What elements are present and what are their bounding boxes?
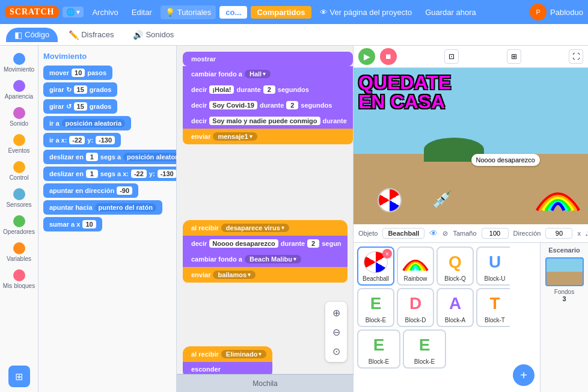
sprite-delete-beachball[interactable]: × bbox=[382, 249, 392, 259]
project-name-field[interactable]: co... bbox=[219, 6, 247, 19]
block-glide-random[interactable]: deslizar en 1 segs a posición aleatoria bbox=[43, 150, 177, 164]
sprite-item-block-q[interactable]: Q Block-Q bbox=[436, 247, 474, 286]
enviar-bailamos-dropdown[interactable]: bailamos bbox=[213, 271, 256, 279]
sprite-item-block-e[interactable]: E Block-E bbox=[357, 288, 394, 327]
tab-codigo[interactable]: ◧ Código bbox=[6, 28, 58, 42]
recibir-desaparece-dropdown[interactable]: desaparece virus bbox=[221, 224, 289, 232]
eye-slash-button[interactable]: ⊘ bbox=[443, 230, 448, 237]
mochila-bar[interactable]: Mochila bbox=[177, 374, 354, 392]
zoom-out-button[interactable]: ⊖ bbox=[328, 323, 345, 340]
stage-medium-button[interactable]: ⊞ bbox=[507, 49, 521, 64]
tutoriales-menu[interactable]: 💡 Tutoriales bbox=[161, 5, 216, 19]
turn-cw-value[interactable]: 15 bbox=[74, 85, 87, 94]
decir-malo-text[interactable]: Soy malo y nadie puede conmigo bbox=[209, 117, 320, 125]
decir-hola-text[interactable]: ¡Hola! bbox=[209, 85, 234, 94]
zoom-in-button[interactable]: ⊕ bbox=[328, 304, 345, 321]
block-change-x[interactable]: sumar a x 10 bbox=[43, 217, 102, 231]
point-toward-dropdown[interactable]: puntero del ratón bbox=[95, 203, 156, 212]
sb-decir-noooo[interactable]: decir Noooo desaparezco durante 2 segun bbox=[183, 236, 348, 251]
goto-y[interactable]: -130 bbox=[96, 136, 115, 144]
block-turn-ccw[interactable]: girar ↺ 15 grados bbox=[43, 99, 117, 114]
sidebar-item-sonido[interactable]: Sonido bbox=[2, 105, 37, 129]
add-sprite-button[interactable]: + bbox=[513, 364, 534, 386]
goto-dropdown[interactable]: posición aleatoria bbox=[62, 119, 126, 127]
scratch-logo[interactable]: SCRATCH bbox=[5, 6, 59, 18]
language-button[interactable]: 🌐 ▾ bbox=[63, 7, 84, 17]
archivo-menu[interactable]: Archivo bbox=[87, 5, 123, 19]
obj-name-field[interactable]: Beachball bbox=[382, 228, 424, 239]
compartidos-button[interactable]: Compartidos bbox=[251, 6, 311, 19]
guardar-button[interactable]: Guardar ahora bbox=[420, 5, 481, 19]
sprite-thumb-block-e: E bbox=[361, 292, 391, 316]
tamaño-field[interactable] bbox=[482, 228, 509, 239]
eye-button[interactable]: 👁 bbox=[429, 228, 438, 238]
sprite-item-beachball[interactable]: × Beachball bbox=[357, 247, 394, 286]
recibir-eliminado-dropdown[interactable]: Eliminado bbox=[221, 350, 267, 358]
sb-al-recibir-eliminado[interactable]: al recibir Eliminado bbox=[183, 346, 272, 362]
sb-decir-hola[interactable]: decir ¡Hola! durante 2 segundos bbox=[183, 82, 353, 97]
green-flag-button[interactable]: ▶ bbox=[358, 48, 375, 65]
stage-small-button[interactable]: ⊡ bbox=[444, 49, 459, 64]
sb-enviar-mensaje1[interactable]: enviar mensaje1 bbox=[183, 129, 353, 144]
point-dir-value[interactable]: -90 bbox=[117, 186, 132, 195]
sb-enviar-bailamos[interactable]: enviar bailamos bbox=[183, 267, 348, 283]
stop-button[interactable]: ⏹ bbox=[380, 48, 397, 65]
sprite-item-block-e2[interactable]: E Block-E bbox=[357, 329, 400, 369]
user-avatar-button[interactable]: P Pabloduo bbox=[530, 4, 583, 20]
sprite-item-block-a[interactable]: A Block-A bbox=[436, 288, 474, 327]
ver-pagina-button[interactable]: 👁 Ver página del proyecto bbox=[315, 5, 417, 19]
decir-noooo-dur[interactable]: 2 bbox=[307, 239, 319, 248]
sprite-item-block-u[interactable]: U Block-U bbox=[476, 247, 510, 286]
glide-time[interactable]: 1 bbox=[86, 153, 98, 161]
change-x-value[interactable]: 10 bbox=[82, 220, 96, 228]
sidebar-item-eventos[interactable]: Eventos bbox=[2, 132, 37, 156]
decir-covid-text[interactable]: Soy Covid-19 bbox=[209, 101, 257, 109]
move-value[interactable]: 10 bbox=[72, 69, 85, 77]
cambiar-fondo-beach-dropdown[interactable]: Beach Malibu bbox=[245, 255, 301, 263]
block-move[interactable]: mover 10 pasos bbox=[43, 66, 112, 80]
sprite-item-rainbow[interactable]: Rainbow bbox=[397, 247, 434, 286]
add-extension-button[interactable]: ⊞ bbox=[8, 366, 30, 387]
sprite-item-block-d[interactable]: D Block-D bbox=[397, 288, 434, 327]
sprite-item-block-e3[interactable]: E Block-E bbox=[403, 329, 446, 369]
sb-al-recibir-desaparece[interactable]: al recibir desaparece virus bbox=[183, 220, 348, 236]
sb-mostrar[interactable]: mostrar bbox=[183, 52, 353, 66]
sb-decir-malo[interactable]: decir Soy malo y nadie puede conmigo dur… bbox=[183, 113, 353, 129]
editar-menu[interactable]: Editar bbox=[127, 5, 157, 19]
sidebar-item-apariencia[interactable]: Apariencia bbox=[2, 78, 37, 102]
goto-x[interactable]: -22 bbox=[69, 136, 85, 144]
sb-decir-covid[interactable]: decir Soy Covid-19 durante 2 segundos bbox=[183, 97, 353, 113]
block-glide-xy[interactable]: deslizar en 1 segs a x: -22 y: -130 bbox=[43, 167, 177, 181]
block-goto-xy[interactable]: ir a x: -22 y: -130 bbox=[43, 133, 121, 147]
scenario-thumbnail[interactable] bbox=[545, 257, 584, 286]
glide-xy-time[interactable]: 1 bbox=[86, 170, 98, 178]
sidebar-item-sensores[interactable]: Sensores bbox=[2, 186, 37, 210]
glide-xy-y[interactable]: -130 bbox=[158, 170, 177, 178]
sidebar-item-mis-bloques[interactable]: Mis bloques bbox=[2, 267, 37, 292]
scripts-area[interactable]: mostrar cambiar fondo a Hall decir ¡Hola… bbox=[177, 46, 354, 392]
sidebar-item-movimiento[interactable]: Movimiento bbox=[2, 51, 37, 75]
decir-noooo-text[interactable]: Noooo desaparezco bbox=[209, 239, 278, 248]
tab-disfraces[interactable]: ✏️ Disfraces bbox=[60, 28, 122, 42]
sb-cambiar-fondo-beach[interactable]: cambiar fondo a Beach Malibu bbox=[183, 251, 348, 267]
cambiar-fondo-1-dropdown[interactable]: Hall bbox=[245, 70, 271, 78]
turn-ccw-value[interactable]: 15 bbox=[74, 102, 87, 111]
glide-dropdown[interactable]: posición aleatoria bbox=[123, 153, 177, 161]
block-turn-cw[interactable]: girar ↻ 15 grados bbox=[43, 82, 117, 97]
block-goto-random[interactable]: ir a posición aleatoria bbox=[43, 116, 131, 130]
block-point-dir[interactable]: apuntar en dirección -90 bbox=[43, 183, 138, 198]
stage-fullscreen-button[interactable]: ⛶ bbox=[569, 49, 583, 64]
decir-covid-dur[interactable]: 2 bbox=[286, 101, 298, 109]
sprite-item-block-t[interactable]: T Block-T bbox=[476, 288, 510, 327]
sb-cambiar-fondo-1[interactable]: cambiar fondo a Hall bbox=[183, 66, 353, 82]
block-point-toward[interactable]: apuntar hacia puntero del ratón bbox=[43, 200, 162, 215]
tab-sonidos[interactable]: 🔊 Sonidos bbox=[124, 28, 182, 42]
enviar-mensaje1-dropdown[interactable]: mensaje1 bbox=[213, 132, 257, 141]
sidebar-item-control[interactable]: Control bbox=[2, 159, 37, 183]
sidebar-item-variables[interactable]: Variables bbox=[2, 240, 37, 265]
direccion-field[interactable] bbox=[545, 228, 572, 239]
sidebar-item-operadores[interactable]: Operadores bbox=[2, 213, 37, 237]
zoom-fit-button[interactable]: ⊙ bbox=[328, 343, 345, 360]
glide-xy-x[interactable]: -22 bbox=[131, 170, 147, 178]
decir-hola-dur[interactable]: 2 bbox=[263, 85, 275, 94]
